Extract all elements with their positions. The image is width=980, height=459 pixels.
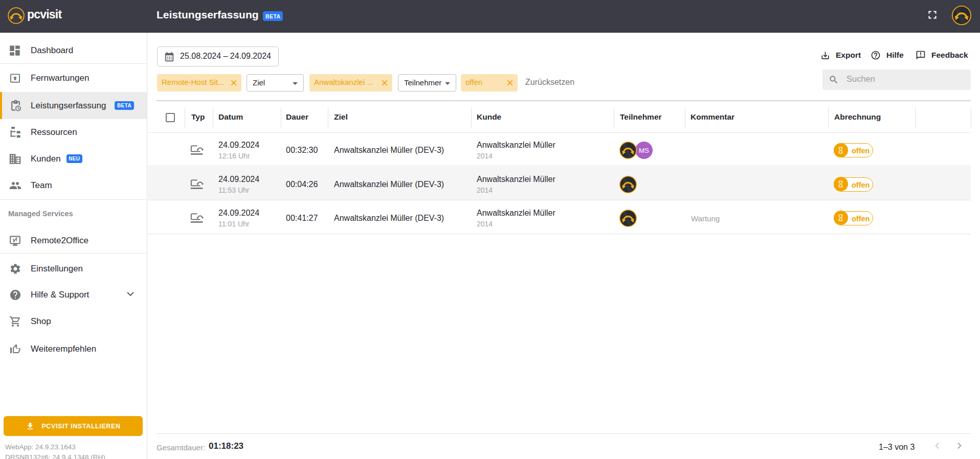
svg-text:MS: MS [639, 147, 649, 154]
